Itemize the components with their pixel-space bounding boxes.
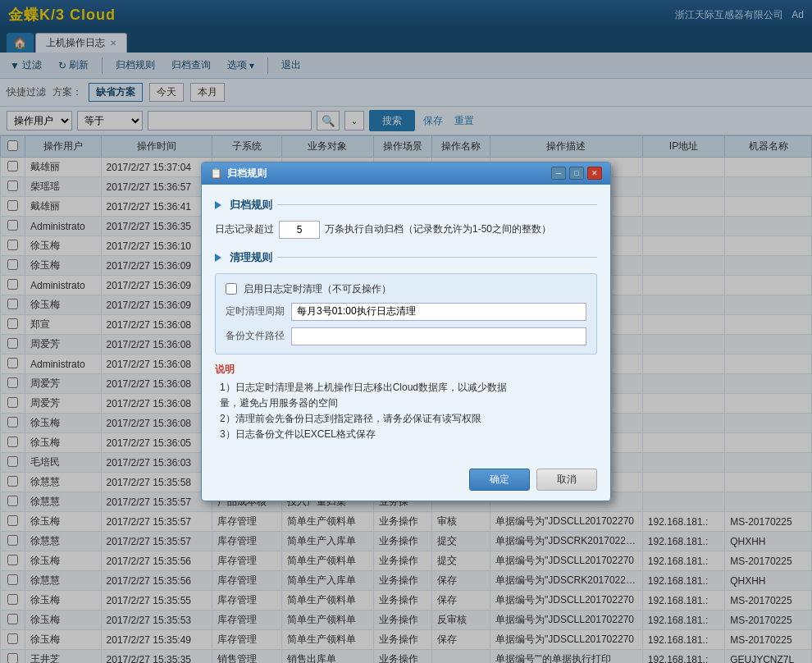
modal-titlebar: 📋 归档规则 ─ □ ✕ [202, 162, 610, 185]
archive-rule-row: 日志记录超过 万条执行自动归档（记录数允许为1-50之间的整数） [215, 221, 597, 239]
note-label: 说明 [215, 363, 597, 377]
modal-footer: 确定 取消 [202, 464, 610, 501]
clean-path-label: 备份文件路径 [226, 329, 285, 343]
modal-controls: ─ □ ✕ [551, 167, 602, 180]
clean-period-row: 定时清理周期 [226, 303, 586, 321]
note-line: 量，避免占用服务器的空间 [220, 396, 597, 411]
modal-body: 归档规则 日志记录超过 万条执行自动归档（记录数允许为1-50之间的整数） 清理… [202, 185, 610, 464]
archive-value-input[interactable] [279, 221, 320, 239]
clean-path-row: 备份文件路径 [226, 327, 586, 345]
modal-minimize-btn[interactable]: ─ [551, 167, 566, 180]
archive-prefix: 日志记录超过 [215, 222, 274, 236]
modal-title: 归档规则 [227, 167, 267, 181]
clean-rule-section-header: 清理规则 [215, 250, 597, 265]
clean-section-label: 清理规则 [230, 250, 272, 265]
archive-rule-modal: 📋 归档规则 ─ □ ✕ 归档规则 日志记录超过 万条执行自动归档（记录数允许为… [201, 162, 611, 502]
clean-period-label: 定时清理周期 [226, 304, 285, 318]
note-line: 3）日志备份文件以EXCEL格式保存 [220, 427, 597, 442]
clean-enable-label: 启用日志定时清理（不可反操作） [244, 282, 391, 296]
note-line: 1）日志定时清理是将上机操作日志移出Cloud数据库，以减少数据 [220, 380, 597, 396]
archive-section-label: 归档规则 [230, 198, 272, 213]
note-section: 说明 1）日志定时清理是将上机操作日志移出Cloud数据库，以减少数据 量，避免… [215, 363, 597, 443]
triangle-icon2 [215, 254, 221, 262]
clean-path-input[interactable] [291, 327, 586, 345]
clean-enable-row: 启用日志定时清理（不可反操作） [226, 282, 586, 296]
modal-overlay: 📋 归档规则 ─ □ ✕ 归档规则 日志记录超过 万条执行自动归档（记录数允许为… [0, 0, 812, 663]
modal-close-btn[interactable]: ✕ [587, 167, 602, 180]
note-line: 2）清理前会先备份日志到指定路径，请务必保证有读写权限 [220, 411, 597, 427]
clean-section: 启用日志定时清理（不可反操作） 定时清理周期 备份文件路径 [215, 273, 597, 354]
archive-rule-section-header: 归档规则 [215, 198, 597, 213]
section-line2 [277, 257, 597, 258]
modal-title-icon: 📋 [210, 167, 222, 179]
section-line [277, 204, 597, 205]
archive-suffix: 万条执行自动归档（记录数允许为1-50之间的整数） [325, 222, 551, 236]
triangle-icon [215, 201, 221, 209]
modal-ok-btn[interactable]: 确定 [469, 469, 530, 491]
note-text: 1）日志定时清理是将上机操作日志移出Cloud数据库，以减少数据 量，避免占用服… [215, 380, 597, 443]
modal-cancel-btn[interactable]: 取消 [536, 469, 597, 491]
modal-maximize-btn[interactable]: □ [569, 167, 584, 180]
clean-enable-checkbox[interactable] [226, 283, 237, 295]
clean-period-input[interactable] [291, 303, 586, 321]
